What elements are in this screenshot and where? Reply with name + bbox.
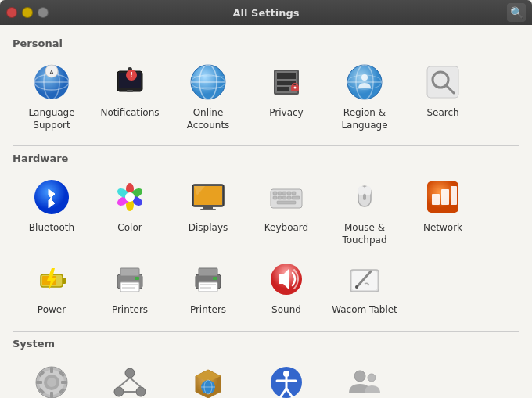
language-support-icon: A xyxy=(31,62,72,102)
system-section-label: System xyxy=(13,338,519,350)
svg-rect-76 xyxy=(122,284,138,285)
keyboard-label: Keyboard xyxy=(264,222,308,235)
sidebar-item-printers1[interactable]: Printers xyxy=(91,253,169,323)
system-divider xyxy=(13,331,519,332)
sidebar-item-printers2[interactable]: Printers xyxy=(169,253,247,323)
sidebar-item-details[interactable]: Details xyxy=(13,356,91,398)
notifications-icon: ! xyxy=(110,62,150,102)
online-accounts-icon xyxy=(188,62,228,102)
sidebar-item-mouse-touchpad[interactable]: Mouse &Touchpad xyxy=(325,170,404,253)
printers1-icon xyxy=(110,259,150,299)
sidebar-item-sharing[interactable]: Sharing xyxy=(91,356,169,398)
svg-rect-20 xyxy=(277,73,296,79)
search-label: Search xyxy=(426,107,458,120)
system-grid: Details Sharing xyxy=(13,356,519,398)
svg-text:A: A xyxy=(49,69,54,76)
svg-rect-94 xyxy=(36,381,42,384)
window-title: All Settings xyxy=(233,7,300,19)
sidebar-item-search[interactable]: Search xyxy=(404,56,482,138)
sidebar-item-keyboard[interactable]: Keyboard xyxy=(247,170,325,253)
minimize-button[interactable] xyxy=(22,7,33,18)
sidebar-item-bluetooth[interactable]: Bluetooth xyxy=(13,170,91,253)
sidebar-item-color[interactable]: Color xyxy=(91,170,169,253)
color-label: Color xyxy=(117,222,142,235)
svg-point-101 xyxy=(47,378,56,387)
sidebar-item-notifications[interactable]: ! Notifications xyxy=(91,56,169,138)
svg-rect-73 xyxy=(120,268,139,276)
sidebar-item-privacy[interactable]: Privacy xyxy=(247,56,325,138)
settings-content: Personal A xyxy=(0,25,532,398)
displays-icon xyxy=(188,177,228,217)
sidebar-item-language-support[interactable]: A LanguageSupport xyxy=(13,56,91,138)
wacom-tablet-label: Wacom Tablet xyxy=(332,304,397,317)
svg-rect-66 xyxy=(441,189,449,205)
svg-rect-92 xyxy=(50,367,53,373)
software-updates-icon xyxy=(188,362,228,398)
svg-rect-55 xyxy=(282,196,286,199)
svg-point-102 xyxy=(125,368,135,378)
personal-section-label: Personal xyxy=(13,38,519,49)
svg-rect-45 xyxy=(203,206,213,209)
sound-icon xyxy=(266,259,307,299)
details-icon xyxy=(31,362,72,398)
sound-label: Sound xyxy=(271,304,301,317)
printers2-icon xyxy=(188,259,228,299)
sidebar-item-displays[interactable]: Displays xyxy=(169,170,247,253)
svg-rect-67 xyxy=(451,186,457,205)
titlebar: All Settings 🔍 xyxy=(0,0,532,25)
sidebar-item-sound[interactable]: Sound xyxy=(247,253,325,323)
sidebar-item-network[interactable]: Network xyxy=(404,170,482,253)
bluetooth-label: Bluetooth xyxy=(29,222,74,235)
svg-rect-63 xyxy=(363,194,366,200)
sidebar-item-universal-access[interactable]: UniversalAccess xyxy=(247,356,325,398)
hardware-divider xyxy=(13,145,519,146)
displays-label: Displays xyxy=(189,222,228,235)
svg-rect-93 xyxy=(50,392,53,398)
svg-line-106 xyxy=(130,378,141,387)
svg-rect-69 xyxy=(63,278,66,284)
svg-point-30 xyxy=(361,74,368,81)
network-icon xyxy=(422,177,463,217)
svg-point-104 xyxy=(136,387,146,396)
sharing-icon xyxy=(110,362,150,398)
svg-rect-77 xyxy=(122,287,135,289)
svg-rect-48 xyxy=(273,192,277,195)
svg-rect-22 xyxy=(277,87,289,91)
svg-point-41 xyxy=(125,192,135,202)
keyboard-icon xyxy=(266,177,307,217)
svg-rect-61 xyxy=(358,186,365,195)
sidebar-item-region-language[interactable]: Region &Language xyxy=(325,56,404,138)
sidebar-item-power[interactable]: Power xyxy=(13,253,91,323)
region-icon xyxy=(344,62,385,102)
sidebar-item-software-updates[interactable]: Software &Updates xyxy=(169,356,247,398)
svg-rect-51 xyxy=(287,192,291,195)
region-language-label: Region &Language xyxy=(341,107,387,131)
svg-line-105 xyxy=(119,378,130,387)
sidebar-item-wacom-tablet[interactable]: Wacom Tablet xyxy=(325,253,404,323)
svg-rect-46 xyxy=(200,209,216,210)
bluetooth-icon xyxy=(31,177,72,217)
power-icon xyxy=(31,259,72,299)
sidebar-item-online-accounts[interactable]: OnlineAccounts xyxy=(169,56,247,138)
svg-point-103 xyxy=(114,387,124,396)
universal-access-icon xyxy=(266,362,307,398)
search-settings-icon xyxy=(422,62,463,102)
svg-rect-50 xyxy=(282,192,286,195)
hardware-grid: Bluetooth Color xyxy=(13,170,519,323)
notifications-label: Notifications xyxy=(100,107,159,120)
online-accounts-label: OnlineAccounts xyxy=(187,107,230,131)
color-icon xyxy=(110,177,150,217)
privacy-icon xyxy=(266,62,307,102)
svg-rect-83 xyxy=(200,287,211,289)
svg-rect-75 xyxy=(135,277,139,280)
svg-point-25 xyxy=(294,87,297,89)
close-button[interactable] xyxy=(6,7,17,18)
printers1-label: Printers xyxy=(112,304,148,317)
sidebar-item-users[interactable]: Users xyxy=(325,356,404,398)
power-label: Power xyxy=(38,304,66,317)
svg-rect-54 xyxy=(278,196,282,199)
svg-text:!: ! xyxy=(130,71,133,79)
svg-point-89 xyxy=(355,285,358,289)
maximize-button[interactable] xyxy=(38,7,49,18)
search-icon[interactable]: 🔍 xyxy=(507,3,526,22)
